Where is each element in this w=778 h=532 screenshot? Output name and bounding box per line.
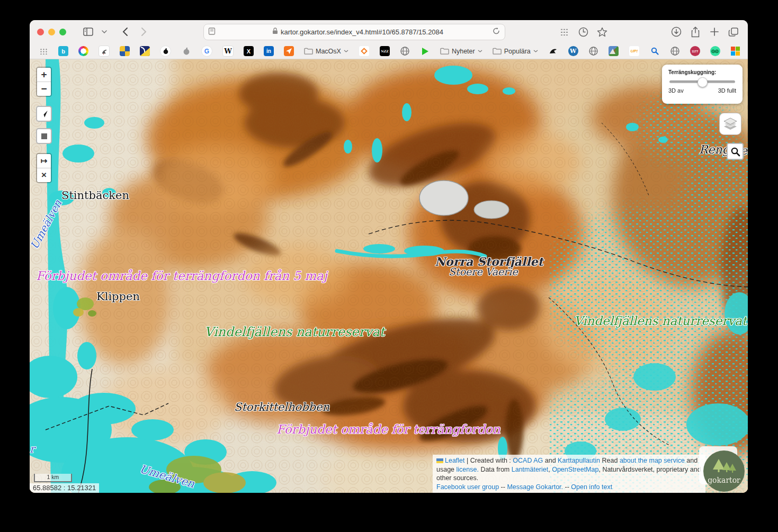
- locate-button[interactable]: [36, 106, 52, 122]
- scale-bar: 1 km: [34, 474, 72, 482]
- browser-window: kartor.gokartor.se/index_v4.html#10/65.8…: [30, 20, 748, 493]
- openstreetmap-link[interactable]: OpenStreetMap: [552, 466, 598, 473]
- google-icon[interactable]: G: [201, 46, 212, 57]
- license-link[interactable]: license.: [457, 466, 479, 473]
- minimize-window-button[interactable]: [48, 29, 55, 35]
- chevron-down-icon: [533, 50, 538, 52]
- bookmark-folder-populara[interactable]: Populära: [493, 48, 538, 55]
- sidebar-toggle-icon[interactable]: [81, 25, 95, 39]
- close-tool-button[interactable]: ×: [37, 168, 51, 182]
- page-settings-icon[interactable]: [208, 28, 216, 37]
- globe-icon[interactable]: [588, 46, 598, 56]
- telegram-icon[interactable]: [284, 46, 294, 56]
- search-icon: [730, 147, 740, 157]
- open-info-text-link[interactable]: Open info text: [571, 483, 612, 491]
- wikipedia-icon[interactable]: W: [222, 46, 234, 57]
- bookmark-folder-macosx[interactable]: MacOsX: [304, 48, 348, 55]
- stork-icon[interactable]: [99, 46, 110, 57]
- sidebar-chevron-down-icon[interactable]: [100, 25, 109, 39]
- karttapullautin-link[interactable]: Karttapullautin: [558, 457, 600, 464]
- attribution-links-row: Facebook user group -- Message Gokartor.…: [436, 483, 702, 492]
- play-icon[interactable]: [420, 46, 430, 56]
- globe-icon[interactable]: [400, 46, 410, 56]
- reload-icon[interactable]: [493, 27, 500, 37]
- logo-text: gokartor: [708, 476, 740, 484]
- history-clock-icon[interactable]: [576, 25, 590, 39]
- downloads-icon[interactable]: [669, 25, 683, 39]
- mouse-coordinates: 65.88582 : 15.21321: [30, 483, 99, 493]
- tab-overview-icon[interactable]: [727, 25, 740, 39]
- map-label-vindelfjallens-right: Vindelfjällens naturreservat: [574, 314, 747, 328]
- map-label-forbidden-south: Förbjudet område för terrängfordon: [276, 422, 500, 436]
- globe-icon[interactable]: [670, 46, 680, 56]
- detach-arrow-button[interactable]: ↦: [37, 154, 51, 168]
- terrain-shading-panel: Terrängskuggning: 3D av 3D fullt: [662, 65, 743, 104]
- terrain-shading-title: Terrängskuggning:: [668, 69, 736, 75]
- slider-thumb[interactable]: [697, 77, 708, 87]
- apps-grid-icon[interactable]: [38, 46, 48, 56]
- measure-control: ↦ ×: [36, 153, 52, 183]
- lock-icon: [272, 28, 278, 36]
- microsoft-icon[interactable]: [730, 46, 740, 56]
- blue-search-icon[interactable]: [650, 46, 660, 56]
- layers-button[interactable]: [719, 113, 741, 135]
- linkedin-icon[interactable]: in: [264, 46, 274, 56]
- up-icon[interactable]: UP!: [629, 46, 640, 57]
- ocad-link[interactable]: OCAD AG: [513, 457, 543, 464]
- chevron-down-icon: [344, 50, 348, 52]
- bing-icon[interactable]: b: [58, 46, 68, 56]
- slider-label-3d-off: 3D av: [668, 87, 684, 94]
- zoom-control: + −: [36, 67, 52, 97]
- zoom-in-button[interactable]: +: [37, 68, 51, 82]
- slider-label-3d-full: 3D fullt: [718, 87, 736, 94]
- apple-circle-icon[interactable]: [160, 46, 171, 57]
- address-bar[interactable]: kartor.gokartor.se/index_v4.html#10/65.8…: [203, 24, 505, 40]
- close-window-button[interactable]: [37, 29, 44, 35]
- bookmark-folder-nyheter[interactable]: Nyheter: [440, 48, 482, 55]
- 1177-icon[interactable]: 1177: [690, 46, 700, 56]
- message-gokartor-link[interactable]: Message Gokartor.: [507, 483, 563, 491]
- mountain-flash-icon[interactable]: [609, 46, 619, 56]
- map-label-klippen: Klippen: [96, 290, 140, 303]
- tripadvisor-icon[interactable]: [710, 46, 720, 56]
- gokartor-logo[interactable]: gokartor: [703, 450, 745, 492]
- lantmateriet-link[interactable]: Lantmäteriet: [512, 466, 548, 473]
- back-button[interactable]: [118, 25, 132, 39]
- coat-of-arms-icon[interactable]: [120, 46, 130, 56]
- crow-icon[interactable]: [548, 46, 558, 56]
- orange-diamond-icon[interactable]: [359, 46, 370, 57]
- navy-yellow-icon[interactable]: [140, 46, 150, 56]
- fullscreen-window-button[interactable]: [59, 29, 66, 35]
- leaflet-link[interactable]: Leaflet: [445, 457, 465, 464]
- x-icon[interactable]: X: [244, 46, 254, 56]
- color-wheel-icon[interactable]: [78, 46, 88, 56]
- frequently-visited-grid-icon[interactable]: [557, 25, 571, 39]
- terrain-shading-slider[interactable]: [669, 80, 735, 83]
- wordpress-icon[interactable]: W: [568, 46, 578, 56]
- ukraine-flag-icon: [436, 458, 443, 463]
- apple-gray-icon[interactable]: [181, 46, 191, 56]
- url-text: kartor.gokartor.se/index_v4.html#10/65.8…: [281, 28, 443, 36]
- map-label-partial-r: r: [30, 443, 35, 455]
- zoom-out-button[interactable]: −: [37, 82, 51, 96]
- bookmarks-star-icon[interactable]: [595, 25, 609, 39]
- forward-button[interactable]: [137, 25, 151, 39]
- nzz-icon[interactable]: NZZ: [380, 46, 390, 56]
- facebook-group-link[interactable]: Facebook user group: [436, 483, 499, 491]
- browser-toolbar: kartor.gokartor.se/index_v4.html#10/65.8…: [30, 20, 748, 43]
- stop-button[interactable]: [36, 128, 52, 144]
- map-label-stintbacken: Stintbäcken: [61, 189, 129, 202]
- locate-arrow-icon: [39, 109, 49, 119]
- new-tab-icon[interactable]: [708, 25, 721, 39]
- map-search-button[interactable]: [727, 143, 744, 160]
- share-icon[interactable]: [688, 25, 702, 39]
- bookmarks-bar: b G W X in MacOsX NZZ: [30, 43, 748, 59]
- map-label-storkittelhobben: Storkittelhobben: [234, 401, 329, 413]
- layers-icon: [722, 117, 738, 131]
- folder-icon: [440, 48, 449, 55]
- map-viewport[interactable]: Stintbäcken Umeälven Förbjudet område fö…: [30, 59, 748, 493]
- chevron-down-icon: [478, 50, 482, 52]
- map-label-forbidden-north: Förbjudet område för terrängfordon från …: [36, 269, 327, 283]
- about-map-service-link[interactable]: about the map service: [620, 457, 685, 464]
- map-attribution: Leaflet | Created with : OCAD AG and Kar…: [433, 455, 705, 493]
